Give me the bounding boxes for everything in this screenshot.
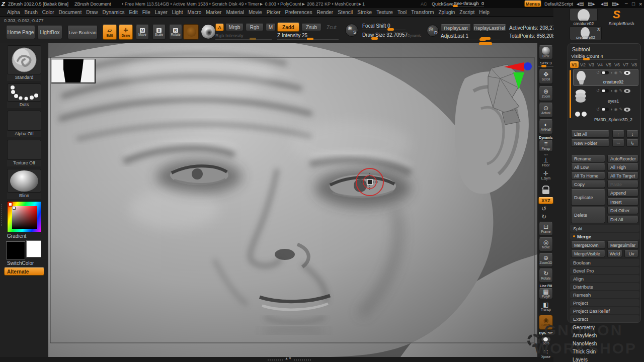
eye-icon[interactable] <box>624 71 630 75</box>
visible-count-handle[interactable] <box>583 58 590 60</box>
nanomesh-palette-header[interactable]: NanoMesh <box>573 341 597 346</box>
tab-v2[interactable]: V2 <box>579 61 587 68</box>
del-all-button[interactable]: Del All <box>607 216 638 223</box>
menu-item-tool[interactable]: Tool <box>397 10 407 15</box>
adjust-last-slider-label[interactable]: AdjustLast 1 <box>441 33 468 39</box>
tab-v3[interactable]: V3 <box>587 61 596 68</box>
pan-move-button[interactable]: ◎Move <box>539 237 553 251</box>
material-sphere-thumbnail[interactable] <box>201 24 216 39</box>
list-all-button[interactable]: List All <box>571 130 609 138</box>
texture-off-thumbnail[interactable] <box>7 140 41 160</box>
color-picker[interactable] <box>7 201 41 232</box>
material-thumbnail-blinn[interactable] <box>7 169 41 193</box>
dynamic-toggle[interactable]: Dynamic <box>408 34 421 37</box>
focal-shift-handle[interactable] <box>387 28 394 31</box>
stroke-thumbnail-dots[interactable] <box>7 83 41 102</box>
switch-color-button[interactable]: SwitchColor <box>7 260 41 266</box>
visibility-pill-icon[interactable] <box>601 71 609 74</box>
subtool-scrollbar[interactable] <box>570 70 571 118</box>
all-to-target-button[interactable]: All To Target <box>607 172 638 179</box>
dot-icon[interactable]: ◉ <box>614 107 617 112</box>
transform-lock-button[interactable] <box>539 183 553 196</box>
stroke-type-button[interactable]: S ◉ <box>345 24 358 37</box>
zadd-button[interactable]: Zadd <box>277 23 299 32</box>
divider-left-icon[interactable]: ◂▤ <box>577 1 584 7</box>
menu-item-document[interactable]: Document <box>59 10 82 15</box>
visibility-pill-icon[interactable] <box>601 89 609 93</box>
half-icon[interactable]: ◑ <box>610 70 613 75</box>
minimize-icon[interactable]: – <box>625 1 628 6</box>
arraymesh-palette-header[interactable]: ArrayMesh <box>573 333 597 338</box>
rgb-intensity-track[interactable] <box>215 39 272 40</box>
home-page-button[interactable]: Home Page <box>6 26 35 39</box>
menu-item-texture[interactable]: Texture <box>376 10 393 15</box>
del-other-button[interactable]: Del Other <box>607 207 638 214</box>
zoom-button[interactable]: ⊕Zoom <box>539 86 553 101</box>
menu-item-layer[interactable]: Layer <box>155 10 168 15</box>
alpha-thumbnail[interactable] <box>183 24 199 40</box>
insert-button[interactable]: Insert <box>607 198 638 206</box>
spin-left-icon[interactable]: ↺ <box>541 205 546 212</box>
menu-item-brush[interactable]: Brush <box>25 10 38 15</box>
merge-similar-button[interactable]: MergeSimilar <box>607 241 638 249</box>
move-mode-button[interactable]: M Move <box>136 25 149 40</box>
shelf-divider-handle[interactable] <box>480 37 491 40</box>
polypaint-icon[interactable]: ↺ <box>596 70 600 75</box>
subtool-header[interactable]: Subtool <box>572 46 590 52</box>
menus-button[interactable]: Menus <box>524 1 541 7</box>
transparency-button[interactable]: ◧Transp <box>539 301 553 313</box>
zcut-button[interactable]: Zcut <box>324 24 340 31</box>
merge-down-button[interactable]: MergeDown <box>571 241 605 249</box>
local-symmetry-button[interactable]: ✛L.Sym <box>539 169 553 182</box>
autoreorder-button[interactable]: AutoReorder <box>607 155 638 162</box>
menu-item-light[interactable]: Light <box>172 10 183 15</box>
bpr-button[interactable]: BPR <box>539 45 553 59</box>
subtool-row-eyes1[interactable]: ↺ ◑ ◉ ✎ eyes1 <box>573 87 638 105</box>
subtool-row-pm3d-sphere[interactable]: ↺ ◑ ◉ ✎ PM3D_Sphere3D_2 <box>573 106 638 123</box>
all-low-button[interactable]: All Low <box>571 163 605 171</box>
line-fill-label[interactable]: Line Fill <box>537 284 554 288</box>
new-folder-button[interactable]: New Folder <box>571 139 609 147</box>
default-zscript-button[interactable]: DefaultZScript <box>544 2 573 7</box>
project-section-header[interactable]: Project <box>570 299 639 306</box>
menu-item-preferences[interactable]: Preferences <box>285 10 312 15</box>
menu-item-stencil[interactable]: Stencil <box>338 10 353 15</box>
scale-mode-button[interactable]: S Scale <box>152 25 166 40</box>
simple-brush-icon[interactable]: S <box>613 8 627 21</box>
color-saturation-square[interactable] <box>12 206 37 229</box>
left-tray-divider[interactable] <box>1 204 2 226</box>
anchor-badge[interactable]: A <box>215 24 224 31</box>
m-button[interactable]: M <box>266 24 276 31</box>
menu-item-dynamics[interactable]: Dynamics <box>103 10 125 15</box>
geometry-palette-header[interactable]: Geometry <box>573 325 595 330</box>
actual-size-button[interactable]: ⊙Actual <box>539 103 553 118</box>
tab-v4[interactable]: V4 <box>596 61 604 68</box>
visibility-pill-icon[interactable] <box>601 108 609 111</box>
replay-last-button[interactable]: ReplayLast <box>441 24 471 32</box>
pen-icon[interactable]: ✎ <box>619 70 622 75</box>
menu-item-zscript[interactable]: Zscript <box>459 10 474 15</box>
menu-item-zplugin[interactable]: Zplugin <box>439 10 455 15</box>
recent-tool-thumbnail[interactable]: 3 creature02 <box>570 26 602 40</box>
quicksave-button[interactable]: QuickSave <box>432 2 454 7</box>
edit-mode-button[interactable]: ▱ Edit <box>103 25 117 40</box>
focal-shift-slider-label[interactable]: Focal Shift 0 <box>362 23 390 29</box>
draw-size-track[interactable] <box>362 39 406 39</box>
divider-right-icon[interactable]: ▤▸ <box>588 1 595 7</box>
tab-v5[interactable]: V5 <box>604 61 613 68</box>
tab-v1[interactable]: V1 <box>570 61 579 68</box>
scroll-button[interactable]: ✥Scroll <box>539 69 553 84</box>
merge-visible-button[interactable]: MergeVisible <box>571 250 605 257</box>
menu-item-stroke[interactable]: Stroke <box>357 10 372 15</box>
draw-size-handle[interactable] <box>371 37 378 40</box>
move-out-folder-button[interactable]: ↪ <box>612 139 624 147</box>
menu-item-marker[interactable]: Marker <box>206 10 221 15</box>
dynamic-persp-label[interactable]: Dynamic <box>537 136 554 139</box>
gradient-label[interactable]: Gradient <box>7 233 41 239</box>
paste-button[interactable]: Paste <box>607 180 638 188</box>
distribute-section-header[interactable]: Distribute <box>570 283 639 290</box>
tray-collapse-arrows-icon[interactable]: ▲▼ <box>285 356 292 360</box>
pen-icon[interactable]: ✎ <box>619 88 622 93</box>
all-to-home-button[interactable]: All To Home <box>571 172 605 179</box>
mrgb-button[interactable]: Mrgb <box>225 24 244 31</box>
